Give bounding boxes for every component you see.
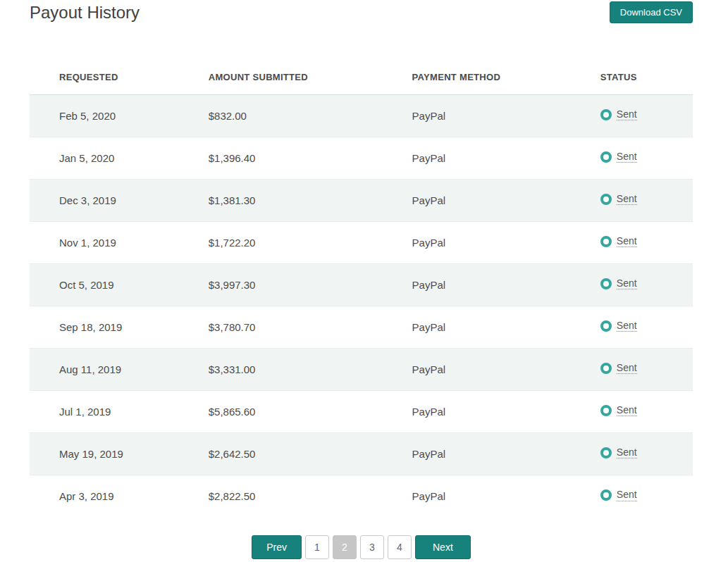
- status-sent-link[interactable]: Sent: [617, 404, 637, 416]
- column-header-amount-submitted: AMOUNT SUBMITTED: [179, 61, 383, 94]
- cell-amount-submitted: $2,642.50: [179, 432, 383, 475]
- cell-payment-method: PayPal: [383, 306, 571, 348]
- cell-payment-method: PayPal: [383, 137, 571, 179]
- status-indicator: Sent: [600, 489, 637, 501]
- cell-status: Sent: [571, 432, 693, 475]
- cell-amount-submitted: $2,822.50: [179, 475, 383, 517]
- cell-status: Sent: [571, 94, 693, 137]
- status-indicator: Sent: [600, 320, 637, 332]
- cell-requested: Jul 1, 2019: [30, 390, 179, 432]
- status-sent-link[interactable]: Sent: [617, 108, 637, 120]
- prev-page-button[interactable]: Prev: [252, 535, 302, 559]
- cell-status: Sent: [571, 221, 693, 263]
- page-button-3[interactable]: 3: [360, 535, 384, 559]
- status-sent-link[interactable]: Sent: [617, 447, 637, 458]
- cell-payment-method: PayPal: [383, 94, 571, 137]
- table-row: Jul 1, 2019$5,865.60PayPalSent: [30, 390, 693, 432]
- download-csv-button[interactable]: Download CSV: [610, 1, 693, 23]
- table-row: Feb 5, 2020$832.00PayPalSent: [30, 94, 693, 137]
- sent-ring-icon: [600, 278, 612, 289]
- status-indicator: Sent: [600, 108, 637, 120]
- status-indicator: Sent: [600, 193, 637, 205]
- cell-amount-submitted: $3,331.00: [179, 348, 383, 390]
- cell-requested: Dec 3, 2019: [30, 179, 179, 221]
- sent-ring-icon: [600, 236, 612, 247]
- cell-payment-method: PayPal: [383, 432, 571, 475]
- status-indicator: Sent: [600, 151, 637, 163]
- cell-payment-method: PayPal: [383, 221, 571, 263]
- cell-status: Sent: [571, 137, 693, 179]
- page-button-1[interactable]: 1: [305, 535, 329, 559]
- cell-amount-submitted: $3,997.30: [179, 263, 383, 306]
- table-header-row: REQUESTEDAMOUNT SUBMITTEDPAYMENT METHODS…: [30, 61, 693, 94]
- next-page-button[interactable]: Next: [415, 535, 471, 559]
- cell-status: Sent: [571, 306, 693, 348]
- cell-status: Sent: [571, 263, 693, 306]
- table-row: Apr 3, 2019$2,822.50PayPalSent: [30, 475, 693, 517]
- status-sent-link[interactable]: Sent: [617, 489, 637, 501]
- status-indicator: Sent: [600, 447, 637, 458]
- column-header-payment-method: PAYMENT METHOD: [383, 61, 571, 94]
- cell-amount-submitted: $1,396.40: [179, 137, 383, 179]
- cell-payment-method: PayPal: [383, 475, 571, 517]
- table-row: Dec 3, 2019$1,381.30PayPalSent: [30, 179, 693, 221]
- page-title: Payout History: [30, 3, 693, 23]
- cell-payment-method: PayPal: [383, 179, 571, 221]
- status-indicator: Sent: [600, 277, 637, 289]
- page-header: Payout History Download CSV: [30, 3, 693, 23]
- column-header-status: STATUS: [571, 61, 693, 94]
- cell-amount-submitted: $3,780.70: [179, 306, 383, 348]
- sent-ring-icon: [600, 194, 612, 205]
- sent-ring-icon: [600, 447, 612, 458]
- status-sent-link[interactable]: Sent: [617, 151, 637, 163]
- sent-ring-icon: [600, 109, 612, 120]
- cell-amount-submitted: $1,381.30: [179, 179, 383, 221]
- status-indicator: Sent: [600, 362, 637, 374]
- cell-status: Sent: [571, 348, 693, 390]
- payout-history-page: Payout History Download CSV REQUESTEDAMO…: [0, 0, 728, 559]
- cell-requested: Feb 5, 2020: [30, 94, 179, 137]
- cell-status: Sent: [571, 475, 693, 517]
- status-sent-link[interactable]: Sent: [617, 193, 637, 205]
- cell-requested: Oct 5, 2019: [30, 263, 179, 306]
- column-header-requested: REQUESTED: [30, 61, 179, 94]
- cell-requested: Aug 11, 2019: [30, 348, 179, 390]
- cell-status: Sent: [571, 390, 693, 432]
- status-sent-link[interactable]: Sent: [617, 320, 637, 332]
- table-row: Jan 5, 2020$1,396.40PayPalSent: [30, 137, 693, 179]
- table-body: Feb 5, 2020$832.00PayPalSentJan 5, 2020$…: [30, 94, 693, 517]
- cell-amount-submitted: $5,865.60: [179, 390, 383, 432]
- sent-ring-icon: [600, 363, 612, 374]
- sent-ring-icon: [600, 489, 612, 501]
- cell-requested: May 19, 2019: [30, 432, 179, 475]
- cell-payment-method: PayPal: [383, 348, 571, 390]
- cell-amount-submitted: $832.00: [179, 94, 383, 137]
- status-indicator: Sent: [600, 235, 637, 247]
- cell-amount-submitted: $1,722.20: [179, 221, 383, 263]
- sent-ring-icon: [600, 151, 612, 163]
- pagination: Prev 1234 Next: [30, 535, 693, 559]
- page-number-buttons: 1234: [305, 535, 412, 559]
- table-row: May 19, 2019$2,642.50PayPalSent: [30, 432, 693, 475]
- sent-ring-icon: [600, 405, 612, 416]
- status-sent-link[interactable]: Sent: [617, 277, 637, 289]
- table-row: Sep 18, 2019$3,780.70PayPalSent: [30, 306, 693, 348]
- status-sent-link[interactable]: Sent: [617, 362, 637, 374]
- cell-requested: Apr 3, 2019: [30, 475, 179, 517]
- table-row: Nov 1, 2019$1,722.20PayPalSent: [30, 221, 693, 263]
- cell-status: Sent: [571, 179, 693, 221]
- status-sent-link[interactable]: Sent: [617, 235, 637, 247]
- cell-requested: Sep 18, 2019: [30, 306, 179, 348]
- page-button-2[interactable]: 2: [333, 535, 357, 559]
- sent-ring-icon: [600, 320, 612, 332]
- payout-history-table: REQUESTEDAMOUNT SUBMITTEDPAYMENT METHODS…: [30, 61, 693, 517]
- cell-payment-method: PayPal: [383, 390, 571, 432]
- table-row: Aug 11, 2019$3,331.00PayPalSent: [30, 348, 693, 390]
- cell-requested: Nov 1, 2019: [30, 221, 179, 263]
- cell-payment-method: PayPal: [383, 263, 571, 306]
- table-row: Oct 5, 2019$3,997.30PayPalSent: [30, 263, 693, 306]
- cell-requested: Jan 5, 2020: [30, 137, 179, 179]
- status-indicator: Sent: [600, 404, 637, 416]
- page-button-4[interactable]: 4: [388, 535, 412, 559]
